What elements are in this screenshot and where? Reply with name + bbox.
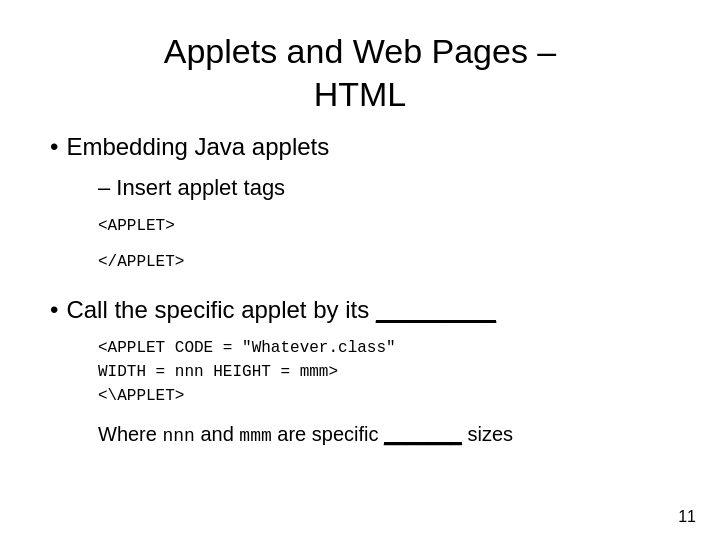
where-blank: _______ [384,423,462,445]
sub-item-1: – Insert applet tags [98,173,670,204]
page-number: 11 [678,508,696,526]
code-full-line1: <APPLET CODE = "Whatever.class" [98,339,396,357]
bullet-2-blank: _________ [376,296,496,323]
code-block-full-applet: <APPLET CODE = "Whatever.class" WIDTH = … [98,336,670,408]
code-applet-open: <APPLET> [98,217,175,235]
bullet-2: • Call the specific applet by its ______… [50,296,670,324]
code-full-line2: WIDTH = nnn HEIGHT = mmm> [98,363,338,381]
bullet-1-text: Embedding Java applets [66,133,329,161]
code-block-applet-open: <APPLET> [98,214,670,238]
slide: Applets and Web Pages – HTML • Embedding… [0,0,720,540]
bullet-2-text-before: Call the specific applet by its [66,296,375,323]
bullet-1: • Embedding Java applets [50,133,670,161]
slide-content: • Embedding Java applets – Insert applet… [50,133,670,520]
code-full-line3: <\APPLET> [98,387,184,405]
code-block-applet-close: </APPLET> [98,250,670,274]
bullet-2-text: Call the specific applet by its ________… [66,296,496,324]
slide-title: Applets and Web Pages – HTML [50,30,670,115]
where-nnn: nnn [162,426,194,446]
where-line: Where nnn and mmm are specific _______ s… [98,420,670,449]
title-line1: Applets and Web Pages – [164,32,557,70]
where-mmm: mmm [239,426,271,446]
bullet-dot-1: • [50,133,58,161]
bullet-dot-2: • [50,296,58,324]
sub-item-1-text: – Insert applet tags [98,175,285,200]
code-applet-close: </APPLET> [98,253,184,271]
title-line2: HTML [314,75,407,113]
